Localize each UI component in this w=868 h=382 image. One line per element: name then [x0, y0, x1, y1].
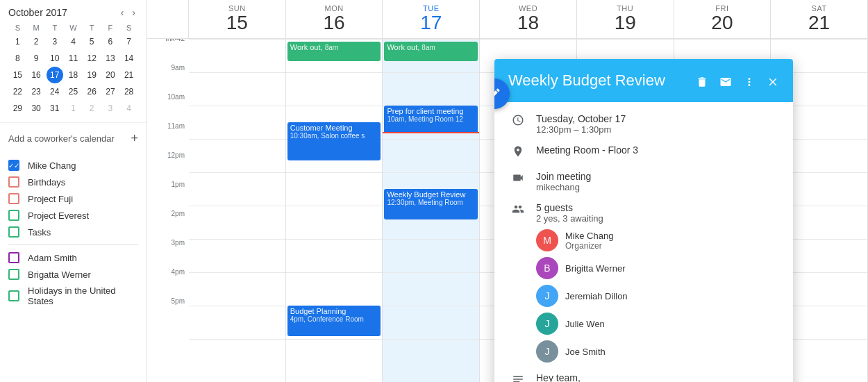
mini-cal-day-9[interactable]: 9 — [28, 50, 44, 67]
mini-cal-day-13[interactable]: 13 — [102, 50, 119, 67]
guest-mike-chang: M Mike Chang Organizer — [536, 229, 779, 251]
mini-cal-day-26[interactable]: 26 — [83, 83, 100, 100]
calendar-item-brigatta-werner[interactable]: Brigatta Werner — [0, 266, 147, 283]
mini-cal-day-4-next[interactable]: 4 — [121, 100, 137, 117]
mini-cal-day-1[interactable]: 1 — [9, 33, 26, 50]
hour-line — [286, 272, 383, 273]
popup-video-label: Join meeting — [536, 171, 779, 182]
mini-cal-day-10[interactable]: 10 — [47, 50, 63, 67]
mini-cal-day-12[interactable]: 12 — [83, 50, 100, 67]
mini-cal-day-6[interactable]: 6 — [102, 33, 119, 50]
mini-cal-day-11[interactable]: 11 — [65, 50, 81, 67]
mini-cal-day-24[interactable]: 24 — [47, 83, 63, 100]
mini-cal-day-23[interactable]: 23 — [28, 83, 44, 100]
clock-icon — [511, 114, 525, 130]
mini-cal-day-8[interactable]: 8 — [9, 50, 26, 67]
event-mon-budget-planning[interactable]: Budget Planning 4pm, Conference Room — [287, 306, 381, 336]
mini-cal-day-4[interactable]: 4 — [65, 33, 81, 50]
other-calendars-section: Adam Smith Brigatta Werner Holidays in t… — [0, 249, 147, 309]
popup-guests-row: 5 guests 2 yes, 3 awaiting M Mike Chang … — [511, 202, 779, 363]
hour-line — [189, 72, 285, 73]
mini-cal-days-header: S M T W T F S — [8, 24, 138, 32]
event-mon-workout[interactable]: Work out, 8am — [287, 42, 381, 61]
day-header-mon: Mon 16 — [286, 0, 383, 38]
guest-avatar-bw: B — [536, 257, 558, 279]
event-tue-prep[interactable]: Prep for client meeting 10am, Meeting Ro… — [384, 106, 478, 133]
brigatta-werner-checkbox[interactable] — [8, 269, 19, 280]
mini-cal-day-14[interactable]: 14 — [121, 50, 137, 67]
mini-cal-day-30[interactable]: 30 — [28, 100, 44, 117]
popup-body: Tuesday, October 17 12:30pm – 1:30pm Mee… — [494, 102, 793, 382]
add-coworker-calendar[interactable]: Add a coworker's calendar + — [8, 128, 138, 149]
hour-line — [286, 72, 383, 73]
mini-cal-day-2[interactable]: 2 — [28, 33, 44, 50]
delete-event-button[interactable] — [693, 73, 711, 91]
mini-cal-day-31[interactable]: 31 — [47, 100, 63, 117]
calendar-item-holidays-us[interactable]: Holidays in the United States — [0, 283, 147, 309]
event-tue-budget-review[interactable]: Weekly Budget Review 12:30pm, Meeting Ro… — [384, 189, 478, 219]
hour-line — [383, 339, 479, 340]
popup-location-row: Meeting Room - Floor 3 — [511, 144, 779, 161]
mini-cal-day-16[interactable]: 16 — [28, 67, 44, 83]
mini-cal-day-21[interactable]: 21 — [121, 67, 137, 83]
adam-smith-checkbox[interactable] — [8, 252, 19, 263]
calendar-item-project-everest[interactable]: Project Everest — [0, 207, 147, 224]
mini-cal-day-19[interactable]: 19 — [83, 67, 100, 83]
calendar-item-tasks[interactable]: Tasks — [0, 224, 147, 240]
my-calendars-section: ✓ Mike Chang Birthdays Project Fuji Proj… — [0, 157, 147, 240]
project-everest-label: Project Everest — [28, 210, 89, 221]
calendar-item-adam-smith[interactable]: Adam Smith — [0, 249, 147, 266]
mini-cal-day-28[interactable]: 28 — [121, 83, 137, 100]
mini-cal-day-3[interactable]: 3 — [47, 33, 63, 50]
mike-chang-checkbox[interactable]: ✓ — [8, 160, 19, 171]
email-event-button[interactable] — [717, 73, 735, 91]
mini-cal-day-18[interactable]: 18 — [65, 67, 81, 83]
mini-cal-day-15[interactable]: 15 — [9, 67, 26, 83]
holidays-us-checkbox[interactable] — [8, 290, 19, 301]
hour-line — [286, 172, 383, 173]
mini-cal-day-1-next[interactable]: 1 — [65, 100, 81, 117]
event-mon-customer-meeting[interactable]: Customer Meeting 10:30am, Salon coffee s — [287, 122, 381, 160]
prev-month-button[interactable]: ‹ — [118, 6, 127, 19]
project-fuji-checkbox[interactable] — [8, 193, 19, 204]
adam-smith-label: Adam Smith — [28, 253, 77, 263]
calendar-item-mike-chang[interactable]: ✓ Mike Chang — [0, 157, 147, 174]
hour-line — [189, 272, 285, 273]
mini-cal-day-2-next[interactable]: 2 — [83, 100, 100, 117]
mini-cal-day-22[interactable]: 22 — [9, 83, 26, 100]
popup-time: 12:30pm – 1:30pm — [536, 124, 779, 135]
day-header-wed: Wed 18 — [480, 0, 577, 38]
time-label-1pm: 1pm — [147, 181, 189, 214]
birthdays-checkbox[interactable] — [8, 176, 19, 188]
calendar-item-birthdays[interactable]: Birthdays — [0, 174, 147, 190]
mini-cal-day-5[interactable]: 5 — [83, 33, 100, 50]
event-detail-popup: Weekly Budget Review — [494, 59, 793, 382]
brigatta-werner-label: Brigatta Werner — [28, 269, 91, 280]
tasks-label: Tasks — [28, 227, 51, 238]
more-options-button[interactable] — [740, 73, 758, 91]
mini-cal-day-25[interactable]: 25 — [65, 83, 81, 100]
mini-cal-day-29[interactable]: 29 — [9, 100, 26, 117]
calendar-item-project-fuji[interactable]: Project Fuji — [0, 190, 147, 207]
event-tue-workout[interactable]: Work out, 8am — [384, 42, 478, 61]
next-month-button[interactable]: › — [129, 6, 138, 19]
popup-datetime-row: Tuesday, October 17 12:30pm – 1:30pm — [511, 113, 779, 135]
popup-header: Weekly Budget Review — [494, 59, 793, 102]
mini-cal-day-3-next[interactable]: 3 — [102, 100, 119, 117]
popup-video-sub: mikechang — [536, 182, 779, 192]
guest-jeremiah-dillon: J Jeremiah Dillon — [536, 285, 779, 307]
time-label-4pm: 4pm — [147, 268, 189, 301]
video-icon — [511, 172, 525, 188]
hour-line — [189, 139, 285, 140]
mini-cal-day-7[interactable]: 7 — [121, 33, 137, 50]
mini-cal-day-20[interactable]: 20 — [102, 67, 119, 83]
time-label-12pm: 12pm — [147, 151, 189, 185]
mini-cal-day-27[interactable]: 27 — [102, 83, 119, 100]
mini-cal-day-17-today[interactable]: 17 — [47, 67, 63, 83]
popup-guests-sub: 2 yes, 3 awaiting — [536, 213, 779, 224]
mini-cal-nav[interactable]: ‹ › — [118, 6, 138, 19]
close-popup-button[interactable] — [764, 73, 782, 91]
tasks-checkbox[interactable] — [8, 226, 19, 238]
hour-line — [189, 339, 285, 340]
project-everest-checkbox[interactable] — [8, 210, 19, 221]
